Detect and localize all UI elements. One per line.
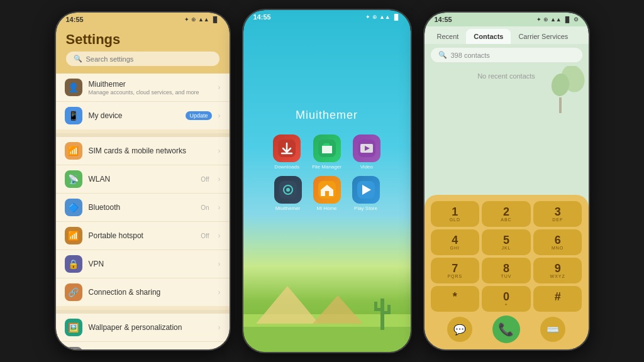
playstore-icon [352,176,380,204]
hotspot-title: Portable hotspot [89,231,195,240]
app-playstore[interactable]: Play Store [352,176,380,211]
dial-key-3[interactable]: 3 DEF [533,201,582,227]
dial-key-4[interactable]: 4 GHI [431,229,480,255]
arrow-icon: › [218,111,221,120]
mihome-icon [313,176,341,204]
arrow-icon: › [218,175,221,184]
settings-item-vpn[interactable]: 🔒 VPN › [56,250,230,278]
connection-content: Connection & sharing [89,288,212,297]
dialer-bottom-row: 💬 📞 ⌨️ [431,315,582,343]
settings-item-connection[interactable]: 🔗 Connection & sharing › [56,278,230,306]
bluetooth-content: Bluetooth [89,203,195,212]
mydevice-title: My device [89,111,180,120]
tab-carrier-services[interactable]: Carrier Services [511,29,575,44]
svg-rect-21 [559,97,562,113]
wlan-content: WLAN [89,175,195,184]
status-time-1: 14:55 [66,16,84,23]
arrow-icon: › [218,231,221,240]
svg-rect-14 [380,299,384,330]
svg-marker-12 [256,286,319,324]
phone-homescreen: 14:55 ✦ ⊕ ▲▲ ▐▌ Miuithemer [242,9,412,353]
app-row-2: Miuithemer Mi Home [256,176,398,211]
settings-item-hotspot[interactable]: 📶 Portable hotspot Off › [56,222,230,250]
app-downloads[interactable]: Downloads [273,134,301,170]
settings-item-mydevice[interactable]: 📱 My device Update › [56,102,230,129]
dial-key-9[interactable]: 9 WXYZ [533,258,582,283]
dial-key-6[interactable]: 6 MNO [533,229,582,255]
svg-rect-9 [325,191,329,196]
settings-section-network: 📶 SIM cards & mobile networks › 📡 WLAN O… [56,137,230,306]
search-icon-contacts: 🔍 [438,51,447,59]
status-bar-home: 14:55 ✦ ⊕ ▲▲ ▐▌ [243,10,411,24]
miuithemer-subtitle: Manage accounts, cloud services, and mor… [89,89,212,96]
arrow-icon: › [218,203,221,212]
dial-key-1[interactable]: 1 GLD [431,201,480,227]
vpn-title: VPN [89,260,212,268]
wlan-icon: 📡 [65,170,82,188]
app-row-1: Downloads File Manager [256,134,398,170]
settings-item-wallpaper[interactable]: 🖼️ Wallpaper & personalization › [56,314,230,342]
contacts-screen: 14:55 ✦ ⊕ ▲▲ ▐▌ ⚙ Recent Contacts Carrie… [425,13,589,349]
arrow-icon: › [218,83,221,92]
downloads-icon [273,134,301,162]
settings-title: Settings [66,31,219,48]
mydevice-content: My device [89,111,180,120]
bluetooth-title: Bluetooth [89,203,195,212]
bluetooth-icon: 🔷 [65,199,82,216]
phone-contacts: 14:55 ✦ ⊕ ▲▲ ▐▌ ⚙ Recent Contacts Carrie… [423,11,590,351]
mihome-label: Mi Home [316,206,336,211]
app-grid: Downloads File Manager [243,134,411,211]
settings-item-bluetooth[interactable]: 🔷 Bluetooth On › [56,194,230,222]
app-name-label: Miuithemer [243,109,411,122]
dial-key-8[interactable]: 8 TUV [482,258,531,283]
wallpaper-icon: 🖼️ [65,319,82,336]
settings-item-lockscreen[interactable]: 🔒 Always-on display & Lock screen › [56,342,230,349]
dial-key-star[interactable]: * [431,286,480,312]
connection-icon: 🔗 [65,283,82,301]
dial-key-hash[interactable]: # [533,286,582,312]
status-bar-settings: 14:55 ✦ ⊕ ▲▲ ▐▌ [56,13,230,26]
wlan-title: WLAN [89,175,195,184]
keypad-button[interactable]: ⌨️ [540,317,565,342]
bluetooth-value: On [201,204,209,211]
status-icons-2: ✦ ⊕ ▲▲ ▐▌ [365,14,401,20]
arrow-icon: › [218,260,221,268]
arrow-icon: › [218,288,221,297]
video-icon [353,134,380,162]
status-icons-1: ✦ ⊕ ▲▲ ▐▌ [184,16,219,23]
tab-contacts[interactable]: Contacts [466,29,511,44]
call-button[interactable]: 📞 [492,315,520,343]
contacts-search-bar[interactable]: 🔍 398 contacts [431,48,582,62]
search-icon: 🔍 [74,55,82,63]
messages-button[interactable]: 💬 [447,317,472,342]
gear-icon[interactable]: ⚙ [574,16,579,23]
app-video[interactable]: Video [353,134,380,170]
dial-key-7[interactable]: 7 PQRS [431,258,480,283]
svg-point-7 [286,188,290,192]
dial-key-5[interactable]: 5 JKL [482,229,531,255]
lockscreen-icon: 🔒 [65,347,82,349]
status-time-3: 14:55 [435,16,452,23]
settings-item-wlan[interactable]: 📡 WLAN Off › [56,165,230,194]
sim-icon: 📶 [65,142,82,160]
settings-section-display: 🖼️ Wallpaper & personalization › 🔒 Alway… [56,314,230,349]
app-filemanager[interactable]: File Manager [312,134,341,170]
settings-search-bar[interactable]: 🔍 [66,52,219,66]
hotspot-icon: 📶 [65,227,82,244]
search-input[interactable] [86,55,212,63]
settings-screen: 14:55 ✦ ⊕ ▲▲ ▐▌ Settings 🔍 👤 Miuith [56,13,230,349]
dial-key-0[interactable]: 0 + [482,286,531,312]
arrow-icon: › [218,146,221,155]
settings-item-simcards[interactable]: 📶 SIM cards & mobile networks › [56,137,230,165]
filemanager-icon [313,134,341,162]
contacts-area: No recent contacts [425,66,589,195]
miuithemer-content: Miuithemer Manage accounts, cloud servic… [89,80,212,96]
dial-key-2[interactable]: 2 ABC [482,201,531,227]
settings-section-account: 👤 Miuithemer Manage accounts, cloud serv… [56,74,230,129]
app-miuithemer[interactable]: Miuithemer [274,176,302,211]
app-mihome[interactable]: Mi Home [313,176,341,211]
tab-recent[interactable]: Recent [430,29,467,44]
downloads-label: Downloads [274,164,299,170]
settings-item-miuithemer[interactable]: 👤 Miuithemer Manage accounts, cloud serv… [56,74,230,102]
svg-rect-16 [374,302,377,311]
